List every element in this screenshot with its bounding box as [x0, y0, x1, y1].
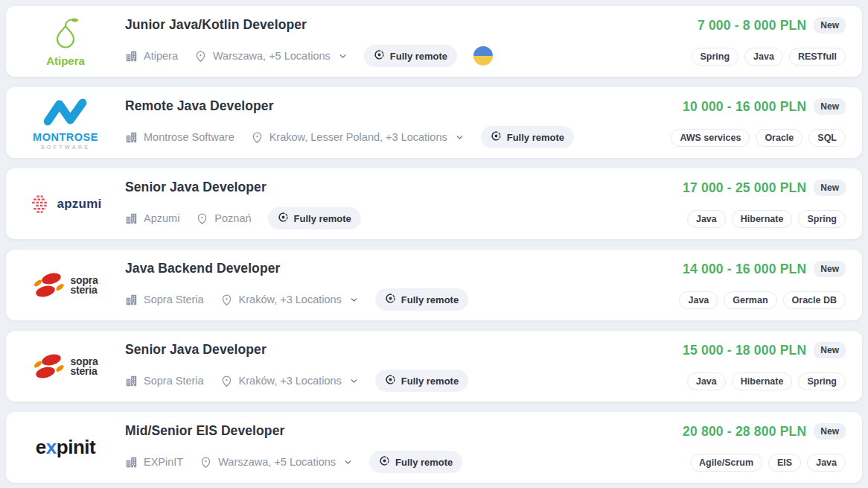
company-group: Sopra Steria	[125, 294, 204, 306]
location-text: Kraków, +3 Locations	[239, 294, 342, 305]
montrose-logo-text: MONTROSE	[33, 132, 98, 143]
job-card[interactable]: MONTROSE SOFTWARE Remote Java Developer	[6, 87, 862, 158]
apzumi-logo-text: apzumi	[57, 197, 102, 212]
chevron-down-icon[interactable]	[349, 295, 359, 305]
company-group: Atipera	[125, 50, 178, 63]
company-logo: sopra steria	[6, 331, 125, 402]
sopra-mark-icon	[33, 269, 66, 302]
skill-tag: Java	[687, 210, 726, 228]
job-card[interactable]: expinit Mid/Senior EIS Developer	[6, 412, 862, 483]
apzumi-mark-icon	[30, 194, 50, 214]
fully-remote-label: Fully remote	[507, 132, 564, 143]
salary-range: 10 000 - 16 000 PLN	[683, 99, 806, 115]
location-group[interactable]: Poznań	[196, 212, 251, 225]
company-group: Sopra Steria	[125, 375, 204, 387]
location-text: Kraków, +3 Locations	[239, 375, 342, 387]
fully-remote-badge: Fully remote	[375, 288, 468, 311]
fully-remote-badge: Fully remote	[481, 126, 574, 148]
new-badge: New	[814, 261, 846, 277]
job-title: Mid/Senior EIS Developer	[125, 423, 683, 439]
skill-tag: Hibernate	[732, 373, 793, 390]
job-title: Remote Java Developer	[125, 98, 671, 114]
atipera-logo: Atipera	[46, 16, 85, 67]
company-group: Montrose Software	[125, 131, 234, 144]
sopra-mark-icon	[33, 350, 66, 383]
building-icon	[125, 294, 138, 306]
building-icon	[125, 456, 138, 469]
job-meta: Montrose Software Krakow, Lesser Poland,…	[125, 126, 671, 148]
location-text: Warszawa, +5 Locations	[213, 50, 331, 62]
new-badge: New	[814, 342, 846, 358]
company-name: Atipera	[144, 50, 178, 62]
skill-tag: Java	[744, 48, 783, 66]
skill-tag: Spring	[798, 210, 846, 228]
fully-remote-label: Fully remote	[395, 457, 453, 468]
remote-target-icon	[491, 130, 502, 144]
chevron-down-icon[interactable]	[343, 457, 353, 467]
sopra-steria-logo: sopra steria	[33, 350, 98, 383]
sopra-steria-logo: sopra steria	[33, 269, 98, 302]
location-group[interactable]: Krakow, Lesser Poland, +3 Locations	[251, 131, 465, 144]
job-meta: Apzumi Poznań	[125, 207, 683, 229]
company-name: Montrose Software	[144, 131, 234, 143]
skill-tag: RESTfull	[789, 48, 846, 66]
company-logo: Atipera	[6, 6, 125, 77]
location-pin-icon	[251, 131, 264, 144]
company-logo: sopra steria	[6, 250, 125, 320]
salary-range: 17 000 - 25 000 PLN	[683, 180, 806, 196]
skill-tag: German	[724, 291, 776, 309]
location-text: Warszawa, +5 Locations	[218, 456, 336, 468]
new-badge: New	[814, 98, 846, 115]
sopra-logo-text-line2: steria	[70, 367, 98, 376]
tag-list: JavaGermanOracle DB	[679, 291, 846, 309]
company-name: Sopra Steria	[144, 375, 204, 387]
skill-tag: Java	[679, 291, 718, 309]
job-card[interactable]: Atipera Junior Java/Kotlin Developer	[6, 6, 862, 77]
location-text: Krakow, Lesser Poland, +3 Locations	[269, 131, 447, 143]
chevron-down-icon[interactable]	[338, 51, 348, 61]
remote-target-icon	[385, 293, 396, 306]
skill-tag: AWS services	[671, 129, 750, 147]
remote-target-icon	[374, 49, 385, 63]
location-pin-icon	[220, 375, 233, 387]
location-text: Poznań	[214, 212, 251, 224]
location-group[interactable]: Kraków, +3 Locations	[220, 294, 359, 306]
job-title: Java Backend Developer	[125, 261, 679, 276]
building-icon	[125, 375, 138, 387]
salary-range: 14 000 - 16 000 PLN	[683, 262, 806, 277]
skill-tag: Hibernate	[732, 210, 793, 228]
remote-target-icon	[385, 374, 396, 387]
montrose-logo: MONTROSE SOFTWARE	[33, 95, 98, 150]
location-pin-icon	[196, 212, 208, 225]
fully-remote-label: Fully remote	[401, 294, 459, 305]
fully-remote-badge: Fully remote	[268, 207, 361, 229]
job-meta: Sopra Steria Kraków, +3 Locations	[125, 288, 679, 311]
company-group: Apzumi	[125, 212, 179, 225]
location-pin-icon	[194, 50, 207, 63]
montrose-logo-subtext: SOFTWARE	[33, 145, 98, 150]
company-name: Sopra Steria	[144, 294, 204, 305]
new-badge: New	[814, 423, 846, 440]
chevron-down-icon[interactable]	[349, 376, 359, 386]
job-card[interactable]: sopra steria Senior Java Developer	[6, 331, 862, 402]
salary-range: 15 000 - 18 000 PLN	[683, 343, 806, 358]
new-badge: New	[814, 17, 846, 34]
atipera-logo-text: Atipera	[46, 54, 85, 67]
chevron-down-icon[interactable]	[455, 133, 465, 142]
company-logo: expinit	[6, 412, 125, 483]
skill-tag: Oracle	[756, 129, 802, 147]
job-card[interactable]: sopra steria Java Backend Developer	[6, 250, 862, 320]
montrose-mark-icon	[38, 95, 93, 128]
location-group[interactable]: Kraków, +3 Locations	[220, 375, 359, 387]
fully-remote-badge: Fully remote	[369, 451, 462, 473]
salary-range: 20 800 - 28 800 PLN	[683, 424, 806, 440]
apzumi-logo: apzumi	[30, 194, 102, 214]
remote-target-icon	[278, 212, 289, 225]
location-group[interactable]: Warszawa, +5 Locations	[194, 50, 348, 63]
company-logo: apzumi	[6, 168, 125, 239]
job-card[interactable]: apzumi Senior Java Developer	[6, 168, 862, 239]
building-icon	[125, 50, 138, 63]
company-logo: MONTROSE SOFTWARE	[6, 87, 125, 158]
company-name: EXPinIT	[144, 456, 183, 468]
location-group[interactable]: Warszawa, +5 Locations	[200, 456, 353, 469]
